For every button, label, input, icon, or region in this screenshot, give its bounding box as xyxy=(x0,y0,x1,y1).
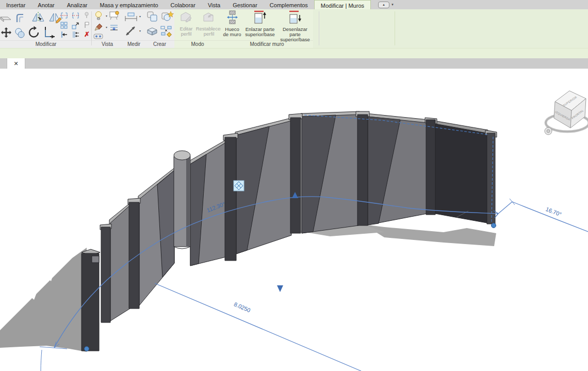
delete-icon[interactable]: ✗ xyxy=(84,31,90,38)
panel-modificar: ✗ Modificar xyxy=(0,9,92,48)
ribbon: ✗ Modificar ▾ ▾ Vista xyxy=(0,9,588,48)
edit-profile-icon xyxy=(179,10,193,26)
lightbulb-icon[interactable] xyxy=(94,11,104,23)
attach-top-base-icon xyxy=(253,10,267,26)
restablecer-perfil-button[interactable]: Restablecer perfil xyxy=(198,10,220,37)
wall-shadow-left xyxy=(0,248,87,352)
ribbon-collapse-button[interactable]: ▲ xyxy=(378,2,389,8)
chevron-down-icon[interactable]: ▼ xyxy=(391,3,394,6)
drawing-area[interactable]: 112.30° xyxy=(0,69,588,371)
hide-elements-icon[interactable] xyxy=(93,33,104,42)
create-similar-icon[interactable] xyxy=(160,11,174,25)
reset-profile-icon xyxy=(202,10,216,26)
flip-control-down-arrow[interactable] xyxy=(277,285,283,292)
tab-label: Complementos xyxy=(270,2,308,8)
editar-perfil-button[interactable]: Editar perfil xyxy=(175,10,197,37)
button-label: Hueco de muro xyxy=(222,27,242,37)
tab-label: Masa y emplazamiento xyxy=(100,2,158,8)
revit-window: { "tabs": { "items": [ {"label": "Insert… xyxy=(0,0,588,371)
offset-icon[interactable] xyxy=(14,11,28,27)
tab-insertar[interactable]: Insertar xyxy=(0,0,31,9)
tab-modificar-muros[interactable]: Modificar | Muros xyxy=(314,0,371,9)
override-graphics-icon[interactable] xyxy=(109,23,120,36)
tab-gestionar[interactable]: Gestionar xyxy=(226,0,264,9)
wall-opening-icon xyxy=(226,10,238,26)
measure-icon[interactable] xyxy=(124,25,138,39)
wall-end-grip-left[interactable] xyxy=(85,347,89,351)
tab-label: Vista xyxy=(208,2,220,8)
desenlazar-parte-button[interactable]: Desenlazar parte superior/base xyxy=(277,10,313,42)
view-tab-close[interactable]: ✕ xyxy=(7,58,25,69)
ribbon-tab-bar: Insertar Anotar Analizar Masa y emplazam… xyxy=(0,0,588,9)
mirror-pick-axis-icon[interactable] xyxy=(31,11,45,27)
panel-vista: ▾ ▾ Vista xyxy=(92,9,123,48)
drag-control-handle[interactable] xyxy=(234,181,244,191)
tab-masa-y-emplazamiento[interactable]: Masa y emplazamiento xyxy=(93,0,164,9)
tab-label: Gestionar xyxy=(233,2,257,8)
detach-top-base-icon xyxy=(288,10,302,26)
pin-disabled-icon[interactable] xyxy=(83,11,91,21)
tab-colaborar[interactable]: Colaborar xyxy=(165,0,202,9)
copy-icon[interactable] xyxy=(14,27,26,41)
tab-label: Insertar xyxy=(6,2,25,8)
button-label: Desenlazar parte superior/base xyxy=(277,27,313,42)
tab-complementos[interactable]: Complementos xyxy=(264,0,314,9)
tab-label: Anotar xyxy=(38,2,54,8)
panel-modificar-muro: Hueco de muro Enlazar parte superior/bas… xyxy=(221,9,313,48)
rotate-icon[interactable] xyxy=(27,26,41,41)
move-icon[interactable] xyxy=(0,26,12,41)
ribbon-collapse-control: ▲ ▼ xyxy=(378,0,394,9)
panel-medir: ▾ ▾ Medir xyxy=(123,9,145,48)
button-label: Restablecer perfil xyxy=(196,26,222,37)
chevron-down-icon[interactable]: ▾ xyxy=(106,25,107,29)
split-with-gap-icon[interactable] xyxy=(72,12,79,22)
create-assembly-icon[interactable] xyxy=(146,26,159,39)
contextual-ribbon-fill xyxy=(313,9,588,48)
viewcube[interactable]: SUPERIOR IZQUIERDA FRONTAL xyxy=(545,91,588,135)
modify-wall-icon[interactable] xyxy=(0,12,12,27)
split-element-icon[interactable] xyxy=(60,12,68,22)
create-group-icon[interactable] xyxy=(146,11,159,25)
trim-extend-corner-icon[interactable] xyxy=(43,26,57,42)
array-icon[interactable] xyxy=(60,22,68,31)
enlazar-parte-button[interactable]: Enlazar parte superior/base xyxy=(243,10,276,37)
tab-label: Analizar xyxy=(67,2,88,8)
wall-end-grip-right[interactable] xyxy=(492,223,496,228)
chevron-down-icon[interactable]: ▾ xyxy=(139,29,141,33)
radius-dimension-line[interactable] xyxy=(155,283,361,371)
panel-label-medir: Medir xyxy=(123,40,145,48)
button-label: Editar perfil xyxy=(175,26,197,37)
options-bar xyxy=(0,48,588,59)
panel-label-crear: Crear xyxy=(145,40,174,48)
tab-label: Colaborar xyxy=(171,2,195,8)
scale-icon[interactable] xyxy=(72,22,79,31)
panel-label-modo: Modo xyxy=(174,40,221,48)
create-parts-icon[interactable] xyxy=(160,26,173,39)
chevron-down-icon[interactable]: ▾ xyxy=(106,14,107,18)
trim-extend-multiple-icon[interactable] xyxy=(72,31,79,41)
chevron-down-icon[interactable]: ▾ xyxy=(139,14,141,18)
dimension-radius[interactable]: 8.0250 xyxy=(233,301,252,313)
curved-wall[interactable]: 112.30° xyxy=(81,111,497,351)
aligned-dimension-icon[interactable] xyxy=(124,12,138,23)
hueco-de-muro-button[interactable]: Hueco de muro xyxy=(222,10,242,37)
tab-vista[interactable]: Vista xyxy=(202,0,226,9)
align-icon[interactable] xyxy=(60,31,68,41)
presentation-view-icon[interactable] xyxy=(109,11,120,23)
tab-analizar[interactable]: Analizar xyxy=(61,0,94,9)
close-icon: ✕ xyxy=(13,60,18,67)
button-label: Enlazar parte superior/base xyxy=(243,27,276,37)
view-tab-strip: ✕ xyxy=(0,58,588,69)
tab-anotar[interactable]: Anotar xyxy=(31,0,60,9)
panel-crear: Crear xyxy=(145,9,174,48)
tab-label: Modificar | Muros xyxy=(321,3,364,9)
panel-modo: Editar perfil Restablecer perfil Modo xyxy=(174,9,221,48)
unpin-icon[interactable] xyxy=(83,21,91,31)
